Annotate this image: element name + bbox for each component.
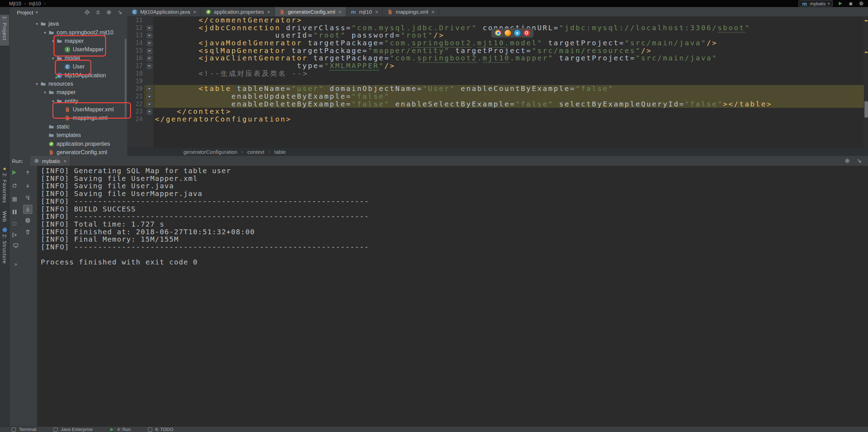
firefox-icon[interactable] — [505, 30, 511, 36]
hide-button[interactable] — [117, 9, 123, 15]
code-line-16[interactable]: 16 <javaClientGenerator targetPackage="c… — [127, 54, 864, 62]
code-line-20[interactable]: 20 <table tableName="user" domainObjectN… — [127, 85, 864, 93]
pause-button[interactable] — [10, 207, 19, 216]
breadcrumb-item-generatorconfiguration[interactable]: generatorConfiguration — [183, 149, 237, 155]
gear-button[interactable] — [844, 158, 850, 164]
statusbar-item-terminal[interactable]: Terminal — [11, 427, 36, 432]
breadcrumb-item-context[interactable]: context — [247, 149, 264, 155]
sidebar-item-favorites[interactable]: 2: Favorites — [0, 173, 9, 203]
tool-square-icon — [52, 427, 59, 432]
debug-button[interactable] — [848, 0, 854, 7]
warning-mark[interactable] — [865, 52, 868, 53]
up-button[interactable] — [23, 168, 32, 177]
code-line-23[interactable]: 23 </context> — [127, 108, 864, 116]
code-line-17[interactable]: 17 type="XMLMAPPER"/> — [127, 62, 864, 70]
exit-button[interactable] — [10, 230, 19, 240]
stop-button[interactable] — [10, 195, 19, 204]
fold-marker[interactable] — [144, 32, 155, 39]
tree-item-java[interactable]: ▾java — [9, 20, 127, 28]
tree-item-resources[interactable]: ▾resources — [9, 80, 127, 88]
chevron-down-icon[interactable]: ▾ — [42, 30, 48, 35]
history-button[interactable] — [10, 219, 19, 228]
sidebar-item-web[interactable]: Web — [0, 211, 9, 222]
code-text: <!--生成对应表及类名 --> — [155, 70, 864, 78]
fold-marker[interactable] — [144, 39, 155, 47]
chevron-down-icon[interactable]: ▾ — [42, 90, 48, 95]
chevron-down-icon[interactable]: ▾ — [50, 56, 56, 61]
editor-scrollbar-thumb[interactable] — [864, 101, 868, 118]
fold-marker[interactable] — [144, 93, 155, 100]
close-icon[interactable]: × — [338, 9, 342, 15]
editor-tab-application-properties[interactable]: application.properties× — [201, 7, 275, 17]
code-line-24[interactable]: 24</generatorConfiguration> — [127, 116, 864, 123]
code-line-19[interactable]: 19 — [127, 78, 864, 85]
tree-item-generatorconfig-xml[interactable]: generatorConfig.xml — [9, 148, 127, 156]
restart-button[interactable] — [10, 181, 19, 190]
gear-button[interactable] — [858, 0, 864, 7]
print-button[interactable] — [23, 216, 32, 225]
breadcrumb-item-table[interactable]: table — [274, 149, 286, 155]
close-icon[interactable]: × — [193, 9, 196, 15]
console-line: [INFO] Generating SQL Map for table user — [41, 167, 864, 175]
clear-button[interactable] — [23, 227, 32, 236]
monitor-icon — [13, 243, 19, 248]
fold-marker[interactable] — [144, 24, 155, 32]
chevron-down-icon[interactable]: ▾ — [34, 81, 40, 86]
close-icon[interactable]: × — [267, 9, 270, 15]
chevron-down-icon[interactable]: ▾ — [34, 21, 40, 26]
code-line-18[interactable]: 18 <!--生成对应表及类名 --> — [127, 70, 864, 78]
more-button[interactable]: » — [11, 259, 20, 268]
tree-item-templates[interactable]: templates — [9, 131, 127, 139]
opera-icon[interactable]: O — [524, 30, 530, 36]
sidebar-item-structure[interactable]: 2: Structure — [0, 234, 9, 264]
chevron-down-icon: ▾ — [828, 1, 830, 6]
fold-marker[interactable] — [144, 62, 155, 70]
fold-marker[interactable] — [144, 47, 155, 55]
locate-button[interactable] — [84, 9, 90, 15]
chrome-icon[interactable] — [495, 30, 501, 36]
rerun-button[interactable] — [10, 168, 19, 177]
run-small-button[interactable] — [837, 0, 843, 7]
close-icon[interactable]: × — [63, 158, 66, 164]
tree-item-mapper[interactable]: ▾mapper — [9, 88, 127, 97]
gear-button[interactable] — [106, 9, 112, 15]
code-line-22[interactable]: 22 enableDeleteByExample="false" enableS… — [127, 100, 864, 108]
scroll-end-button[interactable] — [23, 205, 32, 214]
tree-item-application-properties[interactable]: application.properties — [9, 139, 127, 148]
ie-icon[interactable]: e — [514, 30, 520, 36]
run-tab-mybatis[interactable]: mybatis × — [30, 156, 70, 166]
down-button[interactable] — [23, 181, 32, 190]
editor-tab-mjt10application-java[interactable]: CMjt10Application.java× — [127, 7, 201, 17]
fold-marker[interactable] — [144, 85, 155, 93]
hide-button[interactable] — [856, 158, 862, 164]
code-line-15[interactable]: 15 <sqlMapGenerator targetPackage="mappe… — [127, 47, 864, 55]
softwrap-button[interactable] — [23, 193, 32, 202]
close-icon[interactable]: × — [432, 9, 435, 15]
editor-tab-mappings-xml[interactable]: mappings.xml× — [383, 7, 439, 17]
tree-item-static[interactable]: static — [9, 123, 127, 131]
chevron-down-icon[interactable]: ▾ — [36, 10, 38, 15]
code-line-11[interactable]: 11 </commentGenerator> — [127, 17, 864, 24]
console-line: [INFO] Saving file UserMapper.xml — [41, 175, 864, 183]
editor-tab-mjt10[interactable]: mmjt10× — [346, 7, 383, 17]
fold-marker[interactable] — [144, 54, 155, 62]
close-icon[interactable]: × — [375, 9, 378, 15]
intellij-window: Mjt10›mjt10› m mybatis ▾ 1: Project ★ 2:… — [0, 0, 868, 432]
code-line-14[interactable]: 14 <javaModelGenerator targetPackage="co… — [127, 39, 864, 47]
warning-mark[interactable] — [865, 20, 868, 21]
fold-marker[interactable] — [144, 108, 155, 116]
more-icon: » — [13, 261, 19, 267]
monitor-button[interactable] — [11, 241, 20, 250]
editor-tab-generatorconfig-xml[interactable]: generatorConfig.xml× — [275, 7, 346, 17]
run-config-select[interactable]: m mybatis ▾ — [798, 0, 833, 7]
statusbar-item-4-run[interactable]: 4: Run — [109, 427, 130, 432]
code-line-21[interactable]: 21 enableUpdateByExample="false" — [127, 93, 864, 100]
statusbar-item-java-enterprise[interactable]: Java Enterprise — [52, 427, 92, 432]
debug-icon — [848, 1, 854, 6]
fold-marker[interactable] — [144, 100, 155, 108]
tree-item-label: java — [48, 21, 59, 27]
sidebar-item-project[interactable]: 1: Project — [0, 16, 9, 40]
collapse-all-button[interactable] — [95, 9, 101, 15]
statusbar-item-6-todo[interactable]: 6: TODO — [147, 427, 174, 432]
star-icon: ★ — [0, 166, 9, 171]
